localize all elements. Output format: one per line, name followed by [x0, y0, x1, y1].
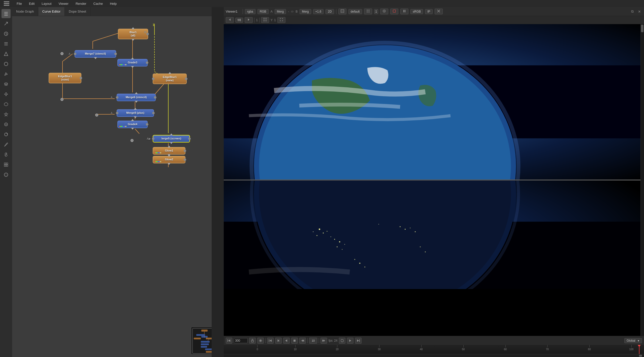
node-blur1[interactable]: Blur1(all)	[118, 29, 148, 39]
viewer-lut-select[interactable]: default	[348, 9, 362, 14]
viewer-hscroll[interactable]	[224, 354, 644, 357]
viewer-hscroll-thumb[interactable]	[639, 355, 642, 357]
menu-layout[interactable]: Layout	[40, 1, 53, 6]
node-merge7[interactable]: A Merge7 (stencil)	[75, 50, 116, 58]
transport-play-back[interactable]	[283, 338, 290, 344]
viewer-icon-btn1[interactable]	[338, 9, 346, 14]
timeline-playhead[interactable]	[639, 345, 639, 354]
tool-clock[interactable]	[2, 29, 11, 38]
tool-list[interactable]	[2, 39, 11, 48]
transport-step-num[interactable]: 10	[309, 338, 317, 344]
tool-viewer[interactable]	[2, 120, 11, 129]
node-grade4[interactable]: Grade4	[117, 121, 148, 128]
menu-help[interactable]: Help	[108, 1, 118, 6]
tab-curve-editor[interactable]: Curve Editor	[38, 7, 65, 16]
svg-rect-41	[201, 330, 208, 332]
tool-info[interactable]: i	[2, 170, 11, 179]
transport-stop[interactable]	[291, 338, 298, 344]
tab-node-graph[interactable]: Node Graph	[12, 7, 38, 16]
viewer-vscroll[interactable]	[640, 24, 644, 336]
node-glow2[interactable]: Glow2	[153, 156, 185, 163]
menu-file[interactable]: File	[15, 1, 23, 6]
transport-go-start[interactable]	[226, 338, 232, 344]
svg-point-95	[364, 267, 365, 268]
tool-roto[interactable]	[2, 130, 11, 139]
viewer-scale-select[interactable]: +1.6	[313, 9, 324, 14]
tool-paint[interactable]	[2, 140, 11, 149]
node-merge5[interactable]: A▶ lerge5 (screen)	[153, 135, 190, 142]
tool-star[interactable]	[2, 110, 11, 119]
viewer-view-select[interactable]: 2D	[326, 9, 334, 14]
transport-play-back-fast[interactable]	[299, 338, 306, 344]
viewer-icon-btn2[interactable]	[364, 9, 372, 14]
viewer-srgb-select[interactable]: sRGB	[410, 9, 423, 14]
viewer-ip-btn[interactable]: IP	[425, 9, 432, 14]
viewer-forward-btn[interactable]	[245, 17, 253, 23]
tool-arrow[interactable]	[2, 19, 11, 28]
svg-marker-104	[228, 339, 230, 342]
menu-cache[interactable]: Cache	[92, 1, 105, 6]
viewer-merge-b-select[interactable]: Merg	[300, 9, 311, 14]
tool-circle[interactable]	[2, 59, 11, 68]
viewer-minus-label: -	[288, 10, 289, 13]
viewer-mode-select[interactable]: rgba	[245, 9, 255, 14]
svg-marker-69	[248, 18, 249, 21]
viewer-close-button[interactable]: ✕	[637, 9, 642, 14]
tool-grid[interactable]	[2, 160, 11, 169]
svg-point-13	[6, 124, 7, 125]
tab-dope-sheet[interactable]: Dope Sheet	[65, 7, 90, 16]
viewer-minus-btn[interactable]	[291, 11, 294, 12]
tool-layers[interactable]	[2, 80, 11, 89]
viewer-colorspace-select[interactable]: RGB	[257, 9, 269, 14]
label-20: 20	[336, 348, 339, 351]
node-merge8[interactable]: A Merge8 (plus)	[117, 109, 154, 117]
viewer-grid-btn[interactable]	[261, 17, 269, 23]
transport-play-fwd-fast[interactable]	[320, 338, 327, 344]
viewer-merge-a-select[interactable]: Merg	[275, 9, 286, 14]
tool-pen[interactable]	[2, 69, 11, 79]
transport-lock-btn[interactable]	[249, 338, 256, 344]
node-merge6[interactable]: A Merge6 (stencil)	[117, 94, 156, 101]
viewer-icon-btn4[interactable]	[390, 9, 398, 14]
transport-first-frame[interactable]	[267, 338, 274, 344]
menu-render[interactable]: Render	[74, 1, 88, 6]
svg-rect-2	[4, 5, 9, 6]
tool-wrench[interactable]	[2, 150, 11, 159]
transport-cache-btn[interactable]	[257, 338, 264, 344]
viewer-float-button[interactable]: ⧉	[630, 9, 635, 14]
node-edgeblur1-left[interactable]: EdgeBlur1(none)	[49, 73, 81, 83]
svg-point-87	[400, 226, 401, 227]
menu-edit[interactable]: Edit	[27, 1, 36, 6]
viewer-back-btn[interactable]	[226, 17, 234, 23]
transport-step-back[interactable]	[275, 338, 282, 344]
tick-40	[421, 345, 422, 347]
viewer-zoom-fit-btn[interactable]	[277, 17, 285, 23]
timeline-area[interactable]: 0 10 20 30 40 50 60 70 80 100	[224, 345, 644, 354]
node-grade3[interactable]: Grade3	[117, 59, 148, 66]
viewer-num[interactable]: 1	[374, 9, 378, 14]
node-edgeblur1-right[interactable]: EdgeBlur1(none)	[153, 74, 187, 84]
node-canvas[interactable]: Blur1(all) Grade3 A Merge7 (stencil) Edg	[12, 16, 224, 357]
tool-shape[interactable]	[2, 49, 11, 58]
viewer-image-area[interactable]	[224, 24, 644, 336]
tool-3d[interactable]	[2, 100, 11, 109]
tool-move[interactable]	[2, 90, 11, 99]
frame-counter[interactable]	[234, 338, 248, 343]
svg-marker-119	[324, 339, 325, 342]
dot-merge7-left	[60, 52, 63, 55]
transport-play-fwd[interactable]	[347, 338, 353, 344]
viewer-play-btn[interactable]	[400, 9, 408, 14]
node-glow1[interactable]: Glow1	[153, 147, 185, 155]
menu-viewer[interactable]: Viewer	[57, 1, 70, 6]
viewer-icon-btn5[interactable]	[435, 9, 443, 14]
app-logo-icon	[4, 1, 9, 6]
svg-marker-10	[4, 52, 8, 56]
global-dropdown[interactable]: Global ▼	[624, 338, 642, 343]
viewer-vscroll-thumb[interactable]	[641, 25, 643, 32]
transport-last-frame[interactable]	[355, 338, 362, 344]
transport-loop-btn[interactable]	[339, 338, 345, 344]
svg-rect-58	[368, 10, 370, 11]
svg-point-93	[354, 259, 355, 260]
viewer-icon-btn3[interactable]	[380, 9, 388, 14]
tool-select[interactable]	[2, 9, 11, 18]
